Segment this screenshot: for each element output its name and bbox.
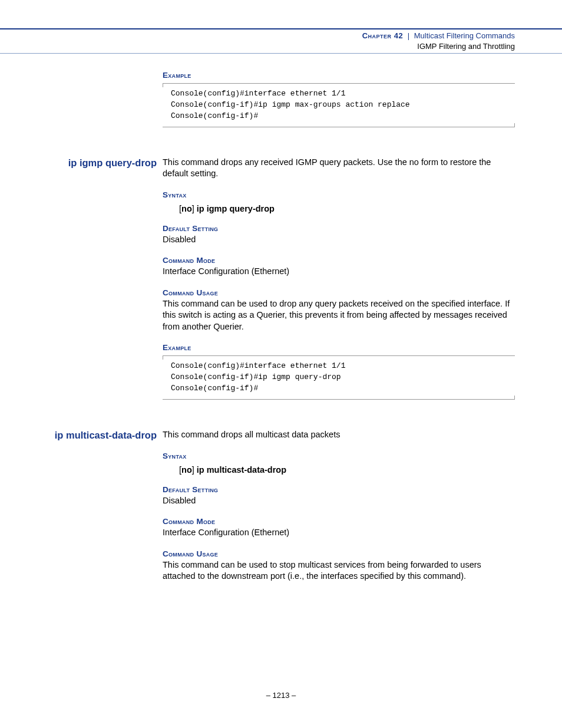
header-subtitle: IGMP Filtering and Throttling (0, 41, 515, 52)
syntax-line: [no] ip igmp query-drop (179, 204, 515, 213)
section-query-drop: ip igmp query-drop This command drops an… (46, 157, 515, 400)
mode-heading: Command Mode (163, 517, 515, 526)
code-block: Console(config)#interface ethernet 1/1 C… (163, 355, 515, 400)
command-intro: This command drops all multicast data pa… (163, 429, 515, 441)
syntax-cmd: ip igmp query-drop (197, 204, 275, 213)
syntax-cmd: ip multicast-data-drop (197, 465, 286, 475)
command-title: ip multicast-data-drop (55, 430, 157, 440)
page-footer: – 1213 – (0, 691, 562, 700)
usage-heading: Command Usage (163, 288, 515, 297)
command-title: ip igmp query-drop (68, 157, 157, 168)
chapter-label: Chapter 42 (362, 31, 403, 40)
syntax-heading: Syntax (163, 452, 515, 460)
usage-text: This command can be used to stop multica… (163, 559, 515, 582)
example-heading: Example (163, 343, 515, 352)
content-area: Example Console(config)#interface ethern… (46, 71, 515, 582)
mode-heading: Command Mode (163, 256, 515, 265)
default-heading: Default Setting (163, 224, 515, 233)
mode-value: Interface Configuration (Ethernet) (163, 527, 515, 539)
page: Chapter 42 | Multicast Filtering Command… (0, 0, 562, 728)
code-block: Console(config)#interface ethernet 1/1 C… (163, 83, 515, 127)
section-example-prev: Example Console(config)#interface ethern… (46, 71, 515, 127)
command-intro: This command drops any received IGMP que… (163, 157, 515, 180)
default-heading: Default Setting (163, 485, 515, 494)
syntax-no: no (181, 204, 192, 213)
default-value: Disabled (163, 495, 515, 507)
usage-heading: Command Usage (163, 549, 515, 558)
syntax-heading: Syntax (163, 190, 515, 199)
page-header: Chapter 42 | Multicast Filtering Command… (0, 28, 562, 54)
usage-text: This command can be used to drop any que… (163, 298, 515, 333)
mode-value: Interface Configuration (Ethernet) (163, 266, 515, 278)
default-value: Disabled (163, 234, 515, 246)
syntax-no: no (181, 465, 192, 475)
syntax-line: [no] ip multicast-data-drop (179, 465, 515, 475)
page-number: – 1213 – (266, 691, 296, 700)
section-multicast-data-drop: ip multicast-data-drop This command drop… (46, 429, 515, 582)
header-separator: | (408, 31, 409, 40)
header-line1: Chapter 42 | Multicast Filtering Command… (0, 31, 515, 41)
example-heading: Example (163, 71, 515, 80)
chapter-title: Multicast Filtering Commands (414, 31, 515, 40)
